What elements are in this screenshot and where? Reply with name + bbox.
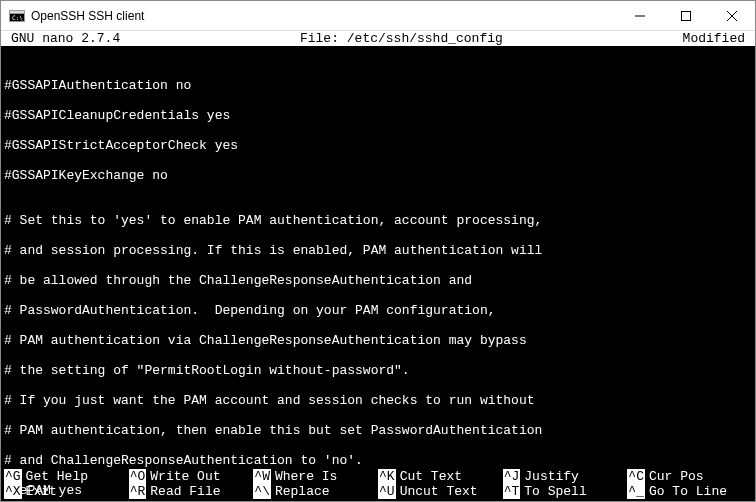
editor-line: # PasswordAuthentication. Depending on y…	[4, 303, 752, 318]
shortcut-go-to-line[interactable]: ^_Go To Line	[627, 484, 752, 499]
terminal-area[interactable]: GNU nano 2.7.4 File: /etc/ssh/sshd_confi…	[1, 31, 755, 501]
shortcut-where-is[interactable]: ^WWhere Is	[253, 469, 378, 484]
nano-header: GNU nano 2.7.4 File: /etc/ssh/sshd_confi…	[1, 31, 755, 46]
shortcut-replace[interactable]: ^\Replace	[253, 484, 378, 499]
shortcut-uncut-text[interactable]: ^UUncut Text	[378, 484, 503, 499]
window-title: OpenSSH SSH client	[31, 9, 617, 23]
editor-line: #GSSAPIAuthentication no	[4, 78, 752, 93]
window-frame: C:\ OpenSSH SSH client GNU nano 2.7.4 Fi…	[0, 0, 756, 502]
nano-status: Modified	[683, 31, 745, 46]
nano-version: GNU nano 2.7.4	[11, 31, 120, 46]
editor-line: # Set this to 'yes' to enable PAM authen…	[4, 213, 752, 228]
shortcut-to-spell[interactable]: ^TTo Spell	[503, 484, 628, 499]
shortcut-write-out[interactable]: ^OWrite Out	[129, 469, 254, 484]
shortcut-cur-pos[interactable]: ^CCur Pos	[627, 469, 752, 484]
nano-file-label: File: /etc/ssh/sshd_config	[120, 31, 682, 46]
editor-line: #GSSAPIStrictAcceptorCheck yes	[4, 138, 752, 153]
close-button[interactable]	[709, 1, 755, 30]
editor-line: # be allowed through the ChallengeRespon…	[4, 273, 752, 288]
footer-row: ^XExit ^RRead File ^\Replace ^UUncut Tex…	[4, 484, 752, 499]
terminal-icon: C:\	[9, 8, 25, 24]
editor-line: # and session processing. If this is ena…	[4, 243, 752, 258]
maximize-button[interactable]	[663, 1, 709, 30]
window-controls	[617, 1, 755, 30]
editor-line: # the setting of "PermitRootLogin withou…	[4, 363, 752, 378]
title-bar[interactable]: C:\ OpenSSH SSH client	[1, 1, 755, 31]
nano-footer: ^GGet Help ^OWrite Out ^WWhere Is ^KCut …	[1, 469, 755, 501]
svg-rect-4	[682, 11, 691, 20]
editor-line: # If you just want the PAM account and s…	[4, 393, 752, 408]
editor-line: # PAM authentication, then enable this b…	[4, 423, 752, 438]
shortcut-cut-text[interactable]: ^KCut Text	[378, 469, 503, 484]
editor-line: # and ChallengeResponseAuthentication to…	[4, 453, 752, 468]
shortcut-get-help[interactable]: ^GGet Help	[4, 469, 129, 484]
editor-line: #GSSAPICleanupCredentials yes	[4, 108, 752, 123]
editor-line: # PAM authentication via ChallengeRespon…	[4, 333, 752, 348]
shortcut-read-file[interactable]: ^RRead File	[129, 484, 254, 499]
editor-body[interactable]: #GSSAPIAuthentication no #GSSAPICleanupC…	[1, 46, 755, 501]
editor-line: #GSSAPIKeyExchange no	[4, 168, 752, 183]
shortcut-justify[interactable]: ^JJustify	[503, 469, 628, 484]
shortcut-exit[interactable]: ^XExit	[4, 484, 129, 499]
footer-row: ^GGet Help ^OWrite Out ^WWhere Is ^KCut …	[4, 469, 752, 484]
minimize-button[interactable]	[617, 1, 663, 30]
svg-text:C:\: C:\	[12, 13, 23, 20]
